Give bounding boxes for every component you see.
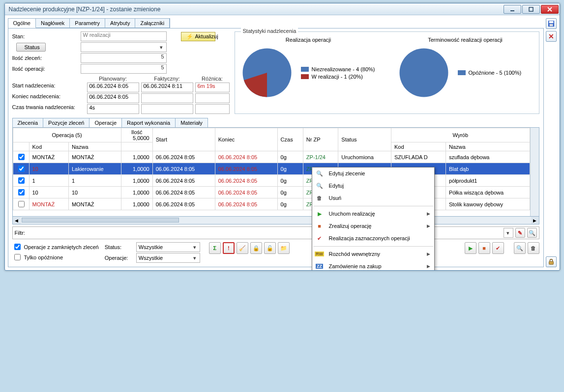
chart2-title: Terminowość realizacji operacji <box>397 37 534 43</box>
svg-rect-8 <box>549 24 553 26</box>
unlock-button[interactable]: 🔓 <box>264 242 276 254</box>
subtab-zlecenia[interactable]: Zlecenia <box>12 118 44 127</box>
folder-button[interactable]: 📁 <box>278 242 290 254</box>
subtab-operacje[interactable]: Operacje <box>89 118 122 127</box>
status-filter-select[interactable]: Wszystkie <box>136 242 200 252</box>
ctx-item[interactable]: 🗑Usuń <box>312 192 434 204</box>
col-koniec[interactable]: Koniec <box>215 128 277 151</box>
ctx-item[interactable]: RWRozchód wewnętrzny▶ <box>312 248 434 260</box>
table-row[interactable]: MONTAŻMONTAŻ1,000006.06.2024 8:0506.06.2… <box>13 198 530 210</box>
row-checkbox[interactable] <box>18 166 25 172</box>
save-icon <box>548 20 555 27</box>
search-button[interactable]: 🔍 <box>514 242 526 254</box>
status-button[interactable]: Status <box>16 43 46 52</box>
title-bar: Nadzlecenie produkcyjne [NZP-1/24] - zos… <box>5 3 560 15</box>
col-status[interactable]: Status <box>338 128 391 151</box>
start-faktyczny: 06.06.2024 8:11 <box>141 83 193 92</box>
stop-button[interactable]: ■ <box>478 242 490 254</box>
check-only-delayed[interactable]: Tylko opóźnione <box>12 252 99 262</box>
ctx-item[interactable]: ✔Realizacja zaznaczonych operacji <box>312 232 434 245</box>
ctx-item-label: Zamówienie na zakup <box>329 263 422 269</box>
submenu-arrow-icon: ▶ <box>427 211 430 216</box>
svg-rect-1 <box>529 7 533 11</box>
grid-vscrollbar[interactable] <box>530 128 539 216</box>
subtab-raport[interactable]: Raport wykonania <box>121 118 176 127</box>
tab-ogolne[interactable]: Ogólne <box>8 19 36 28</box>
minimize-button[interactable] <box>504 5 521 14</box>
col-start[interactable]: Start <box>152 128 215 151</box>
col-nrzp[interactable]: Nr ZP <box>303 128 338 151</box>
table-row[interactable]: 111,000006.06.2024 8:0506.06.2024 8:050g… <box>13 175 530 187</box>
tab-zalaczniki[interactable]: Załączniki <box>135 19 170 28</box>
magnifier-icon: 🔍 <box>315 169 324 177</box>
status-select[interactable] <box>81 42 167 52</box>
submenu-arrow-icon: ▶ <box>427 252 430 256</box>
subtabs: Zlecenia Pozycje zleceń Operacje Raport … <box>12 118 208 127</box>
ctx-item-label: Zrealizuj operację <box>329 223 422 229</box>
ctx-item[interactable]: ▶Uruchom realizację▶ <box>312 208 434 220</box>
czas-roznica <box>195 104 230 114</box>
table-row[interactable]: MONTAŻMONTAŻ1,000006.06.2024 8:0506.06.2… <box>13 151 530 163</box>
svg-rect-7 <box>549 21 553 23</box>
ctx-item[interactable]: ZZZamówienie na zakup▶ <box>312 260 434 271</box>
tab-atrybuty[interactable]: Atrybuty <box>105 19 135 28</box>
row-checkbox[interactable] <box>18 154 25 160</box>
tab-parametry[interactable]: Parametry <box>70 19 105 28</box>
col-czas[interactable]: Czas <box>277 128 303 151</box>
trash-button[interactable]: 🗑 <box>528 242 539 254</box>
maximize-button[interactable] <box>522 5 540 14</box>
label-koniec-nadzlecenia: Koniec nadzlecenia: <box>12 93 85 103</box>
ctx-item-label: Uruchom realizację <box>329 211 422 217</box>
table-row[interactable]: 10101,000006.06.2024 8:0506.06.2024 8:05… <box>13 187 530 198</box>
row-checkbox[interactable] <box>18 177 25 184</box>
col-group-wyrob[interactable]: Wyrób <box>391 128 530 142</box>
operacje-filter-label: Operacje: <box>105 255 134 261</box>
col-wyrob-kod[interactable]: Kod <box>391 142 445 151</box>
filter-apply-button[interactable]: ✎ <box>515 228 525 238</box>
operations-grid[interactable]: Operacja (5) Ilość5,0000 Start Koniec Cz… <box>13 128 530 210</box>
svg-rect-9 <box>549 261 553 264</box>
filter-search-button[interactable]: 🔍 <box>527 228 537 238</box>
col-group-operacja[interactable]: Operacja (5) <box>13 128 121 142</box>
legend1-item0: Niezrealizowane - 4 (80%) <box>312 66 375 72</box>
conflict-details-button[interactable]: ! <box>223 242 235 254</box>
discard-button[interactable]: ✕ <box>546 31 557 42</box>
check-closed-orders[interactable]: Operacje z zamkniętych zleceń <box>12 242 99 252</box>
ctx-item[interactable]: 🔍Edytuj zlecenie <box>312 168 434 180</box>
lock-icon <box>548 258 555 265</box>
main-tabs: Ogólne Nagłówek Parametry Atrybuty Załąc… <box>8 18 171 28</box>
filter-dropdown[interactable] <box>504 228 513 238</box>
col-wyrob-nazwa[interactable]: Nazwa <box>445 142 530 151</box>
check-list-button[interactable]: ✔ <box>492 242 504 254</box>
grid-hscrollbar[interactable]: ◀ ▶ <box>12 217 539 224</box>
row-checkbox[interactable] <box>18 201 25 207</box>
lock-button[interactable]: 🔒 <box>250 242 262 254</box>
col-ilosc-label[interactable]: Ilość <box>124 129 149 135</box>
col-kod[interactable]: Kod <box>29 142 68 151</box>
submenu-arrow-icon: ▶ <box>427 264 430 269</box>
play-button[interactable]: ▶ <box>465 242 476 254</box>
chart2-pie <box>397 46 451 100</box>
ilosc-operacji-field: 5 <box>81 64 167 74</box>
ctx-item[interactable]: ■Zrealizuj operację▶ <box>312 220 434 232</box>
subtab-pozycje[interactable]: Pozycje zleceń <box>43 118 89 127</box>
erase-button[interactable]: 🧹 <box>237 242 248 254</box>
col-nazwa[interactable]: Nazwa <box>68 142 121 151</box>
update-button-label: Aktualizuj <box>195 33 218 39</box>
close-button[interactable] <box>541 5 559 14</box>
ctx-item[interactable]: 🔍Edytuj <box>312 180 434 192</box>
save-button[interactable] <box>546 18 557 29</box>
label-czas-trwania: Czas trwania nadzlecenia: <box>12 104 85 114</box>
side-lock-button[interactable] <box>546 256 557 267</box>
sigma-button[interactable]: Σ <box>209 242 221 254</box>
label-ilosc-zlecen: Ilość zleceń: <box>12 55 79 61</box>
table-row[interactable]: 10Lakierowanie1,000006.06.2024 8:0506.06… <box>13 163 530 175</box>
subtab-materialy[interactable]: Materiały <box>175 118 208 127</box>
operacje-filter-select[interactable]: Wszystkie <box>136 253 200 263</box>
stats-box: Statystyki nadzlecenia Realizacja operac… <box>235 31 539 114</box>
rw-icon: RW <box>315 250 324 258</box>
row-checkbox[interactable] <box>18 189 25 196</box>
magnifier-icon: 🔍 <box>315 182 324 190</box>
update-button[interactable]: ⚡ Aktualizuj <box>181 32 215 41</box>
tab-naglowek[interactable]: Nagłówek <box>36 19 70 28</box>
